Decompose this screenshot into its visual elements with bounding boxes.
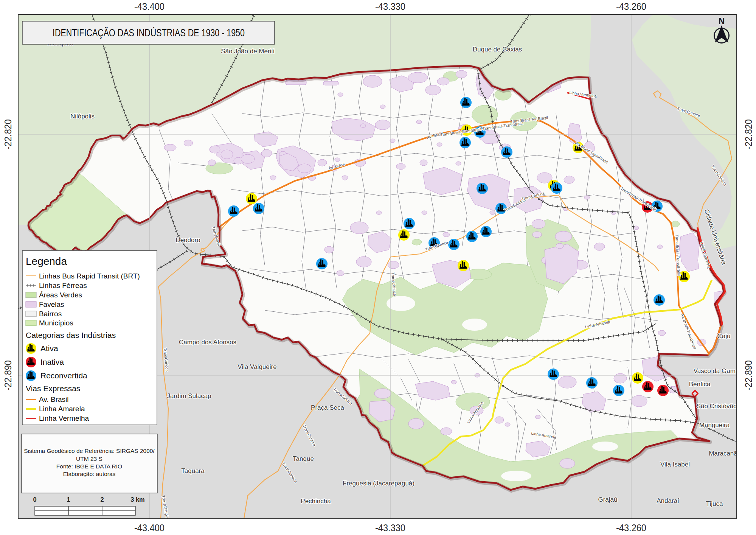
svg-text:-43.260: -43.260 xyxy=(616,523,646,533)
svg-text:-43.260: -43.260 xyxy=(616,1,646,12)
svg-text:3 km: 3 km xyxy=(130,496,145,503)
svg-text:Nilópolis: Nilópolis xyxy=(70,113,95,120)
svg-text:0: 0 xyxy=(33,496,36,503)
svg-text:Linhas Férreas: Linhas Férreas xyxy=(39,281,87,289)
svg-text:Legenda: Legenda xyxy=(26,255,67,267)
svg-text:São Cristóvão: São Cristóvão xyxy=(697,403,737,410)
svg-text:N: N xyxy=(719,16,725,26)
svg-text:Categorias das Indústrias: Categorias das Indústrias xyxy=(26,331,116,339)
svg-text:Vila Isabel: Vila Isabel xyxy=(660,461,690,468)
svg-text:Elaboração: autoras: Elaboração: autoras xyxy=(63,471,116,477)
svg-text:Vasco da Gama: Vasco da Gama xyxy=(694,367,739,375)
svg-text:Av. Brasil: Av. Brasil xyxy=(39,395,69,403)
svg-text:Benfica: Benfica xyxy=(689,381,711,388)
svg-text:Deodoro: Deodoro xyxy=(175,236,200,244)
svg-text:Tanque: Tanque xyxy=(293,455,314,462)
svg-text:Vila Valqueire: Vila Valqueire xyxy=(238,363,276,370)
svg-text:Sistema Geodésico de Referênci: Sistema Geodésico de Referência: SIRGAS … xyxy=(24,448,155,454)
svg-text:Taquara: Taquara xyxy=(181,467,205,474)
svg-text:UTM 23 S: UTM 23 S xyxy=(76,456,102,462)
svg-text:-43.330: -43.330 xyxy=(375,523,405,533)
svg-text:Campo dos Afonsos: Campo dos Afonsos xyxy=(179,339,236,346)
svg-text:-22.820: -22.820 xyxy=(743,119,754,149)
svg-text:-43.330: -43.330 xyxy=(375,1,405,12)
svg-text:Fonte: IBGE E DATA RIO: Fonte: IBGE E DATA RIO xyxy=(56,463,122,470)
svg-text:Favelas: Favelas xyxy=(39,300,64,308)
svg-text:Mangueira: Mangueira xyxy=(699,421,730,429)
svg-text:1: 1 xyxy=(67,496,70,503)
svg-text:Linhas Bus Rapid Transit (BRT): Linhas Bus Rapid Transit (BRT) xyxy=(39,272,140,280)
svg-text:Linha Vermelha: Linha Vermelha xyxy=(39,414,89,422)
svg-text:Caju: Caju xyxy=(717,333,731,340)
svg-text:Linha Amarela: Linha Amarela xyxy=(39,405,85,413)
svg-text:Grajaú: Grajaú xyxy=(598,496,617,503)
svg-text:São João de Meriti: São João de Meriti xyxy=(221,48,275,55)
svg-text:Municípios: Municípios xyxy=(39,319,73,327)
svg-text:Duque de Caxias: Duque de Caxias xyxy=(473,46,522,53)
svg-text:Reconvertida: Reconvertida xyxy=(40,371,87,380)
svg-text:Jardim Sulacap: Jardim Sulacap xyxy=(167,392,211,400)
svg-text:Tijuca: Tijuca xyxy=(706,500,723,507)
svg-text:-22.890: -22.890 xyxy=(743,360,754,390)
svg-text:-22.820: -22.820 xyxy=(3,119,13,149)
svg-text:-22.890: -22.890 xyxy=(3,360,13,390)
svg-text:Inativa: Inativa xyxy=(40,358,64,366)
svg-text:Bairros: Bairros xyxy=(39,310,62,318)
svg-text:-43.400: -43.400 xyxy=(134,1,165,12)
svg-text:Ativa: Ativa xyxy=(40,344,58,353)
svg-text:-43.400: -43.400 xyxy=(134,523,165,533)
svg-text:Andaraí: Andaraí xyxy=(657,497,679,504)
svg-text:Pechincha: Pechincha xyxy=(301,498,331,505)
svg-text:Áreas Verdes: Áreas Verdes xyxy=(39,291,82,299)
svg-text:2: 2 xyxy=(100,496,104,503)
svg-text:IDENTIFICAÇÃO DAS INDÚSTRIAS D: IDENTIFICAÇÃO DAS INDÚSTRIAS DE 1930 - 1… xyxy=(53,27,245,39)
svg-text:Freguesia (Jacarepaguá): Freguesia (Jacarepaguá) xyxy=(343,480,414,487)
svg-text:Maracanã: Maracanã xyxy=(709,450,737,457)
svg-text:Vias Expressas: Vias Expressas xyxy=(26,384,80,393)
svg-text:Praça Seca: Praça Seca xyxy=(311,404,344,411)
